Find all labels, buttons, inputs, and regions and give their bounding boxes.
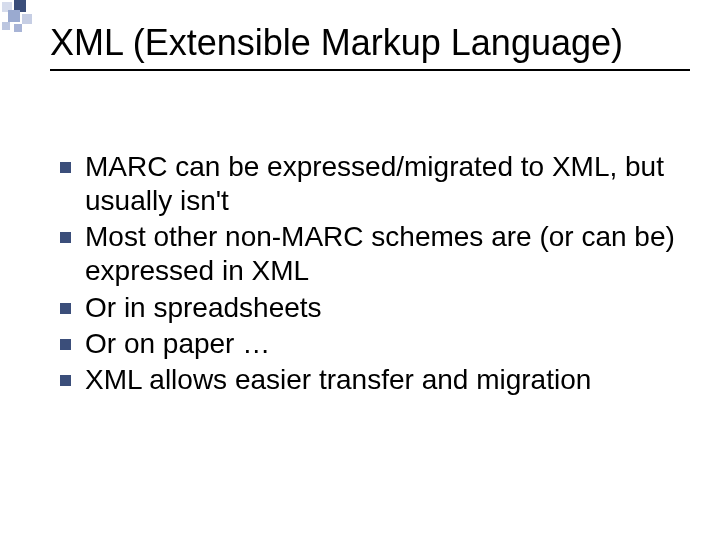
bullet-text: XML allows easier transfer and migration bbox=[85, 363, 591, 397]
title-block: XML (Extensible Markup Language) bbox=[50, 22, 690, 71]
slide-title: XML (Extensible Markup Language) bbox=[50, 22, 690, 63]
list-item: Or on paper … bbox=[60, 327, 680, 361]
list-item: MARC can be expressed/migrated to XML, b… bbox=[60, 150, 680, 218]
slide: XML (Extensible Markup Language) MARC ca… bbox=[0, 0, 720, 540]
bullet-square-icon bbox=[60, 232, 71, 243]
list-item: Or in spreadsheets bbox=[60, 291, 680, 325]
list-item: XML allows easier transfer and migration bbox=[60, 363, 680, 397]
title-underline bbox=[50, 69, 690, 71]
bullet-text: Or in spreadsheets bbox=[85, 291, 322, 325]
bullet-square-icon bbox=[60, 162, 71, 173]
list-item: Most other non-MARC schemes are (or can … bbox=[60, 220, 680, 288]
bullet-square-icon bbox=[60, 339, 71, 350]
slide-body: MARC can be expressed/migrated to XML, b… bbox=[60, 150, 680, 399]
bullet-square-icon bbox=[60, 303, 71, 314]
bullet-text: MARC can be expressed/migrated to XML, b… bbox=[85, 150, 680, 218]
bullet-text: Or on paper … bbox=[85, 327, 270, 361]
bullet-text: Most other non-MARC schemes are (or can … bbox=[85, 220, 680, 288]
bullet-square-icon bbox=[60, 375, 71, 386]
